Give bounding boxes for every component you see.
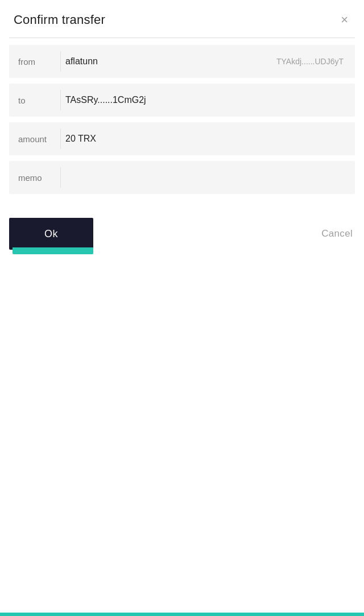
field-divider-4 — [60, 167, 61, 188]
memo-label: memo — [9, 173, 60, 183]
from-username: aflatunn — [65, 56, 98, 67]
to-field-row: to TAsSRy......1CmG2j — [9, 84, 355, 117]
close-button[interactable]: × — [338, 11, 350, 28]
ok-button-wrapper: Ok — [9, 218, 93, 250]
from-value-row: aflatunn TYAkdj......UDJ6yT — [65, 56, 350, 67]
fields-container: from aflatunn TYAkdj......UDJ6yT to TAsS… — [0, 38, 364, 201]
confirm-transfer-dialog: Confirm transfer × from aflatunn TYAkdj.… — [0, 0, 364, 616]
from-value-container: aflatunn TYAkdj......UDJ6yT — [61, 56, 355, 67]
to-label: to — [9, 96, 60, 105]
actions-container: Ok Cancel — [0, 206, 364, 261]
bottom-accent-bar — [0, 613, 364, 616]
amount-field-row: amount 20 TRX — [9, 122, 355, 155]
cancel-button[interactable]: Cancel — [321, 228, 353, 239]
amount-value: 20 TRX — [65, 134, 96, 144]
dialog-header: Confirm transfer × — [0, 0, 364, 38]
to-value-container: TAsSRy......1CmG2j — [61, 95, 355, 105]
from-address: TYAkdj......UDJ6yT — [276, 57, 350, 66]
dialog-title: Confirm transfer — [14, 13, 105, 27]
amount-value-container: 20 TRX — [61, 134, 355, 144]
to-address: TAsSRy......1CmG2j — [65, 95, 146, 105]
amount-label: amount — [9, 134, 60, 144]
from-label: from — [9, 57, 60, 67]
ok-button[interactable]: Ok — [9, 218, 93, 250]
from-field-row: from aflatunn TYAkdj......UDJ6yT — [9, 45, 355, 78]
memo-field-row: memo — [9, 161, 355, 194]
